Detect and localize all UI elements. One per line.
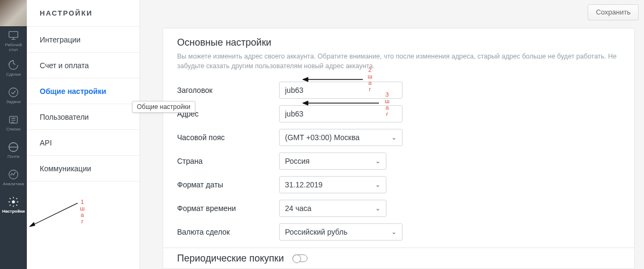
annotation-arrow-1 — [24, 203, 78, 229]
lists-icon — [8, 114, 19, 126]
sidebar-title: НАСТРОЙКИ — [27, 0, 140, 27]
select-value: 24 часа — [285, 204, 311, 213]
date-format-select[interactable]: 31.12.2019⌄ — [279, 176, 386, 193]
mail-icon — [8, 141, 19, 153]
field-tz-row: Часовой пояс (GMT +03:00) Москва⌄ — [177, 126, 620, 149]
select-value: Россия — [285, 157, 310, 165]
chevron-down-icon: ⌄ — [375, 181, 380, 188]
analytics-icon — [8, 169, 19, 180]
rail-item-mail[interactable]: Почта — [0, 136, 27, 164]
rail-item-dashboard[interactable]: Рабочий стол — [0, 27, 27, 54]
rail-label: Рабочий стол — [0, 42, 27, 52]
rail-label: Почта — [8, 154, 19, 159]
sidebar-item-label: Интеграции — [40, 35, 80, 44]
field-date-row: Формат даты 31.12.2019⌄ — [177, 173, 620, 197]
rail-item-settings[interactable]: Настройки — [0, 191, 27, 219]
top-bar: Сохранить — [140, 0, 644, 24]
chevron-down-icon: ⌄ — [375, 157, 380, 165]
main-panel: Основные настройки Вы можете изменить ад… — [163, 28, 635, 257]
select-value: (GMT +03:00) Москва — [285, 133, 360, 142]
sidebar-item-integrations[interactable]: Интеграции — [27, 27, 140, 53]
sidebar-item-api[interactable]: API — [27, 130, 140, 156]
tasks-icon — [8, 86, 19, 98]
tooltip: Общие настройки — [132, 101, 195, 113]
annotation-arrow-2 — [298, 76, 363, 83]
svg-rect-0 — [9, 31, 18, 37]
field-label: Формат даты — [177, 180, 279, 189]
desktop-icon — [8, 30, 19, 41]
rail-label: Сделки — [6, 72, 20, 77]
sidebar-item-general[interactable]: Общие настройки — [27, 78, 140, 104]
svg-marker-9 — [303, 77, 308, 82]
section-title: Основные настройки — [177, 37, 620, 48]
sidebar-item-label: Общие настройки — [40, 87, 106, 96]
svg-point-5 — [12, 200, 15, 203]
svg-point-1 — [9, 88, 18, 97]
annotation-step3: 3 ш а г — [385, 91, 390, 117]
rail-item-tasks[interactable]: Задачи — [0, 82, 27, 109]
field-currency-row: Валюта сделок Российский рубль⌄ — [177, 220, 620, 244]
settings-icon — [8, 196, 19, 208]
chevron-down-icon: ⌄ — [391, 228, 397, 236]
deals-icon — [8, 59, 19, 71]
sidebar-item-label: Счет и оплата — [40, 61, 89, 70]
field-label: Формат времени — [177, 204, 279, 213]
title-input[interactable] — [279, 82, 402, 99]
svg-line-6 — [30, 203, 78, 227]
field-time-row: Формат времени 24 часа⌄ — [177, 197, 620, 220]
sidebar-item-billing[interactable]: Счет и оплата — [27, 53, 140, 78]
field-address-row: Адрес — [177, 102, 620, 126]
sub-section-title: Периодические покупки — [177, 253, 284, 264]
sidebar-item-label: Коммуникации — [40, 164, 91, 173]
chevron-down-icon: ⌄ — [391, 134, 397, 141]
chevron-down-icon: ⌄ — [375, 205, 380, 212]
svg-marker-11 — [303, 101, 308, 105]
annotation-step1: 1 ш а г — [80, 199, 85, 224]
sidebar-item-users[interactable]: Пользователи — [27, 104, 140, 130]
address-input[interactable] — [279, 105, 402, 122]
icon-rail: Рабочий стол Сделки Задачи Списки Почта … — [0, 0, 27, 269]
sidebar-item-label: API — [40, 139, 52, 147]
rail-item-deals[interactable]: Сделки — [0, 54, 27, 82]
country-select[interactable]: Россия⌄ — [279, 152, 386, 170]
field-title-row: Заголовок — [177, 78, 620, 102]
rail-label: Списки — [6, 127, 21, 132]
field-label: Заголовок — [177, 86, 279, 94]
rail-label: Настройки — [2, 209, 25, 214]
sidebar-item-label: Пользователи — [40, 113, 89, 121]
tz-select[interactable]: (GMT +03:00) Москва⌄ — [279, 129, 402, 146]
annotation-step2: 2 ш а г — [368, 67, 372, 92]
avatar[interactable] — [0, 0, 27, 27]
field-label: Валюта сделок — [177, 228, 279, 236]
sidebar-item-communications[interactable]: Коммуникации — [27, 156, 140, 181]
rail-item-analytics[interactable]: Аналитика — [0, 164, 27, 191]
field-label: Часовой пояс — [177, 133, 279, 142]
rail-label: Аналитика — [3, 181, 24, 186]
rail-label: Задачи — [6, 99, 21, 104]
field-country-row: Страна Россия⌄ — [177, 149, 620, 173]
section-description: Вы можете изменить адрес своего аккаунта… — [177, 52, 620, 71]
select-value: Российский рубль — [285, 228, 347, 236]
periodic-toggle[interactable] — [292, 255, 308, 262]
select-value: 31.12.2019 — [285, 180, 323, 189]
rail-item-lists[interactable]: Списки — [0, 109, 27, 136]
save-button[interactable]: Сохранить — [588, 4, 639, 20]
currency-select[interactable]: Российский рубль⌄ — [279, 223, 402, 241]
field-label: Страна — [177, 157, 279, 165]
periodic-purchases-panel: Периодические покупки — [163, 248, 635, 269]
svg-marker-7 — [30, 222, 35, 227]
time-format-select[interactable]: 24 часа⌄ — [279, 200, 386, 217]
annotation-arrow-3 — [298, 100, 379, 106]
